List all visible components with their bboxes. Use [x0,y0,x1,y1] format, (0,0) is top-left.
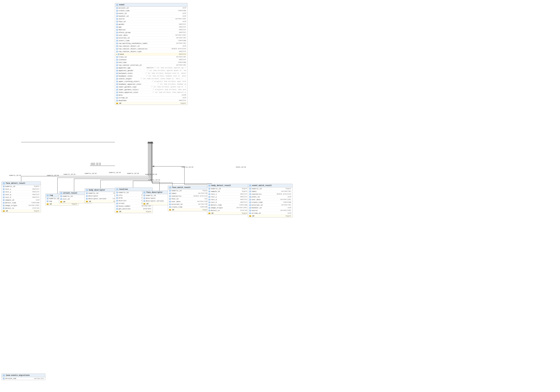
fk-icon [169,198,171,200]
connector-label-event-id-left: event_id:id [91,162,101,164]
fk-icon [116,200,118,201]
fk-icon [116,45,118,47]
fk-icon [116,29,118,30]
fk-icon [116,203,118,204]
fk-icon [116,83,118,85]
fk-icon [3,202,5,203]
face-detect-result-table: face_detect_result numeric_id bigint rec… [1,181,41,212]
table-row: rect_x smallint [2,188,41,191]
body-detect-result-table: body_detect_result numeric_id bigint sam… [207,184,249,215]
fk-icon [116,100,118,101]
table-row: user_data varchar(128) [115,34,187,37]
fk-icon [60,198,62,200]
table-row: top_similar_object_id uuid [115,45,187,48]
event-match-result-header: event_match_result [248,184,292,187]
table-row-pk: 🔑 id bigint [248,215,292,217]
location-table-title: location [119,188,128,191]
fk-icon [169,201,171,202]
fk-icon [143,198,145,199]
attach-result-title: attach_result [63,192,77,194]
table-row: liveness smallint [115,58,187,61]
fk-icon [249,204,251,206]
table-icon [60,192,62,194]
pk-icon: 🔑 [86,201,88,202]
fk-icon [249,193,251,195]
connector-label-tag-numeric: numeric_id:id [47,175,59,176]
table-row-pk: 🔑 id bigint [115,210,152,213]
fk-icon [47,198,48,199]
fk-icon [116,78,118,80]
fk-icon [116,64,118,66]
table-row: similarity double precision [168,195,209,198]
fk-icon [116,94,118,96]
table-row: numeric_id bigint [248,187,292,190]
fk-icon [209,204,210,206]
table-row: label varchar(36) [168,192,209,195]
table-row: headwear_apparent_color /* int: body att… [115,83,187,86]
fk-icon [169,195,171,197]
fk-icon [209,199,210,200]
face-match-result-header: face_match_result [168,186,209,189]
table-icon [3,375,5,376]
fk-icon [116,56,118,58]
connector-label-loc-numeric: numeric_id:id [109,172,121,173]
table-row-pk: 🔑 id bigint [2,210,41,212]
fk-icon [143,195,145,196]
table-row: event_id uuid [115,12,187,15]
table-row: version_num varchar(32) [2,377,45,380]
table-row: emotion smallint [115,29,187,31]
fk-icon [3,205,5,206]
face-descriptor-title: face_descriptor [146,191,163,193]
table-row: create_time timestamp [168,206,209,208]
fk-icon [3,189,5,190]
fk-icon [116,26,118,28]
fk-icon [3,199,5,201]
fk-icon [86,195,88,197]
connector-label-fdr-numeric: numeric_id:id [9,175,21,176]
table-row: rect_w smallint [207,198,249,201]
fk-icon [116,192,118,193]
pk-icon: 🔑 [209,213,211,214]
fk-icon [209,193,210,195]
table-row: track_id varchar(36) [115,56,187,58]
fk-icon [116,24,118,25]
table-row: source varchar(128) [248,209,292,212]
fk-icon [249,201,251,203]
table-row: numeric_id bigint [207,187,249,190]
fk-icon [249,191,251,192]
face-match-result-title: face_match_result [172,186,190,189]
table-row: rect_x smallint [207,193,249,196]
fk-icon [116,59,118,60]
fk-icon [116,48,118,50]
fk-icon [249,199,251,200]
table-row: image_origin varchar(256) [2,204,41,207]
table-row: numeric_id bigint [168,189,209,192]
fk-icon [116,205,118,207]
fk-icon [169,193,171,194]
table-row: rect_w smallint [2,193,41,196]
pk-icon: 🔑 [169,209,171,211]
face-detect-result-title: face_detect_result [6,182,25,184]
fk-icon [116,75,118,77]
fk-icon [116,197,118,199]
table-row: stream_id uuid [248,212,292,215]
fk-icon [116,43,118,44]
fk-icon [249,207,251,209]
table-icon [86,189,88,191]
table-row: user_data varchar(128) [168,200,209,203]
fk-icon [116,62,118,63]
face-detect-result-header: face_detect_result [2,182,41,185]
table-row: external_id varchar(36) [115,37,187,39]
table-row: meta jsonb [115,94,187,97]
fk-icon [116,73,118,74]
fk-icon [3,194,5,195]
event-table-header: event [115,3,187,7]
table-icon [169,187,171,188]
fk-icon [3,208,5,209]
tag-table-title: tag [50,194,53,196]
table-row-pk: 🔑 id bigint [207,212,249,215]
luna-events-migrations-header: luna-events_migrations [2,374,45,377]
table-icon [209,185,210,186]
table-icon [249,185,251,186]
body-detect-result-title: body_detect_result [211,184,231,187]
